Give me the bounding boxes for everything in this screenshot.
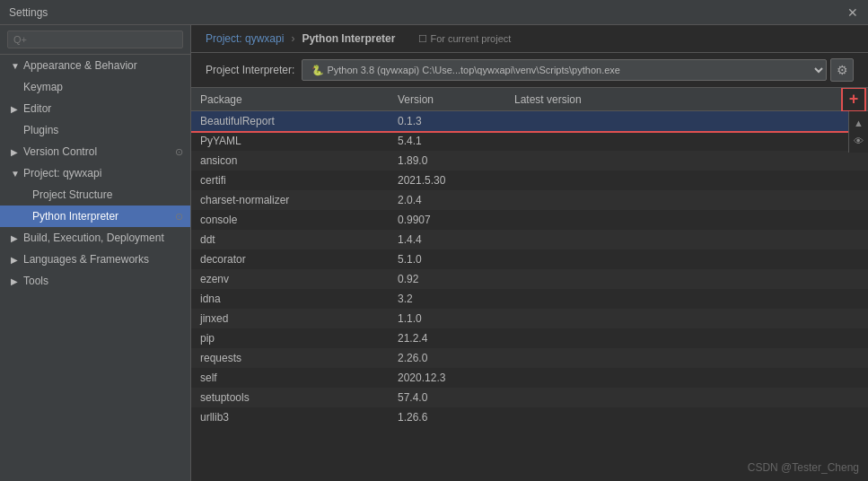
arrow-icon: ▶ [11, 255, 20, 265]
table-row[interactable]: ansicon 1.89.0 [191, 151, 868, 171]
sidebar-item-label: Version Control [23, 145, 97, 158]
sidebar-item-label: Project: qywxapi [23, 167, 101, 179]
scroll-up-button[interactable]: ▲ [851, 115, 867, 131]
table-row[interactable]: PyYAML 5.4.1 [191, 131, 868, 151]
sidebar-item-editor[interactable]: ▶Editor [0, 98, 190, 119]
content-area: Project: qywxapi › Python Interpreter ☐ … [191, 25, 868, 481]
pkg-version: 2.26.0 [389, 350, 505, 366]
sidebar-item-label: Plugins [23, 124, 58, 136]
pkg-name: ansicon [191, 153, 389, 169]
interpreter-select[interactable]: 🐍 Python 3.8 (qywxapi) C:\Use...top\qywx… [302, 59, 827, 81]
sidebar-item-tools[interactable]: ▶Tools [0, 270, 190, 292]
interpreter-label: Project Interpreter: [206, 64, 294, 76]
pkg-name: decorator [191, 251, 389, 267]
pkg-version: 21.2.4 [389, 330, 505, 346]
sidebar-item-keymap[interactable]: Keymap [0, 76, 190, 98]
pkg-version: 0.92 [389, 271, 505, 287]
table-row[interactable]: setuptools 57.4.0 [191, 388, 868, 407]
table-row[interactable]: BeautifulReport 0.1.3 [191, 111, 868, 131]
pkg-version: 2020.12.3 [389, 370, 505, 386]
add-package-button[interactable]: + [841, 88, 866, 112]
packages-table: Package Version Latest version + Beautif… [191, 88, 868, 481]
arrow-icon: ▶ [11, 104, 20, 114]
interpreter-select-wrapper: 🐍 Python 3.8 (qywxapi) C:\Use...top\qywx… [302, 58, 854, 82]
sidebar-item-languages[interactable]: ▶Languages & Frameworks [0, 249, 190, 270]
pkg-name: setuptools [191, 389, 389, 406]
table-row[interactable]: requests 2.26.0 [191, 348, 868, 368]
watermark: CSDN @Tester_Cheng [748, 461, 859, 474]
for-project-checkbox[interactable]: ☐ For current project [418, 33, 511, 45]
table-row[interactable]: certifi 2021.5.30 [191, 171, 868, 190]
arrow-icon: ▶ [11, 233, 20, 243]
pkg-latest [505, 159, 868, 162]
col-version: Version [389, 90, 505, 109]
arrow-icon: ▼ [11, 61, 20, 71]
pkg-latest [505, 218, 868, 222]
table-row[interactable]: self 2020.12.3 [191, 368, 868, 388]
sidebar-item-label: Languages & Frameworks [23, 253, 149, 266]
pkg-latest [505, 297, 868, 301]
sidebar-item-python-interpreter[interactable]: Python Interpreter⊙ [0, 206, 190, 227]
title-bar: Settings ✕ [0, 0, 868, 25]
pkg-latest [505, 396, 868, 399]
table-row[interactable]: ddt 1.4.4 [191, 230, 868, 249]
pkg-version: 1.89.0 [389, 153, 505, 169]
sidebar-item-project-qywxapi[interactable]: ▼Project: qywxapi [0, 162, 190, 184]
nav-icon: ⊙ [175, 211, 183, 223]
pkg-latest [505, 238, 868, 241]
eye-button[interactable]: 👁 [851, 133, 867, 149]
table-row[interactable]: ezenv 0.92 [191, 269, 868, 289]
breadcrumb-separator: › [291, 32, 294, 45]
sidebar-item-label: Tools [23, 275, 48, 287]
main-layout: ▼Appearance & BehaviorKeymap▶EditorPlugi… [0, 25, 868, 481]
table-row[interactable]: pip 21.2.4 [191, 328, 868, 348]
pkg-version: 2.0.4 [389, 192, 505, 208]
arrow-icon: ▶ [11, 276, 20, 286]
table-row[interactable]: charset-normalizer 2.0.4 [191, 190, 868, 210]
breadcrumb-project[interactable]: Project: qywxapi [206, 32, 284, 45]
sidebar-item-label: Project Structure [32, 188, 112, 201]
pkg-name: self [191, 370, 389, 386]
pkg-latest [505, 277, 868, 281]
sidebar-item-label: Build, Execution, Deployment [23, 232, 164, 244]
pkg-version: 1.26.6 [389, 409, 505, 425]
nav-icon: ⊙ [175, 146, 183, 158]
pkg-latest [505, 139, 868, 143]
table-row[interactable]: urllib3 1.26.6 [191, 407, 868, 427]
close-button[interactable]: ✕ [846, 6, 859, 19]
pkg-name: ddt [191, 232, 389, 248]
sidebar-item-plugins[interactable]: Plugins [0, 119, 190, 141]
table-row[interactable]: jinxed 1.1.0 [191, 309, 868, 328]
table-body: BeautifulReport 0.1.3 PyYAML 5.4.1 ansic… [191, 111, 868, 481]
pkg-version: 57.4.0 [389, 389, 505, 406]
pkg-name: charset-normalizer [191, 192, 389, 208]
table-row[interactable]: console 0.9907 [191, 210, 868, 230]
pkg-version: 1.1.0 [389, 310, 505, 327]
table-row[interactable]: decorator 5.1.0 [191, 249, 868, 269]
sidebar-item-label: Appearance & Behavior [23, 59, 137, 72]
title-text: Settings [9, 6, 48, 19]
arrow-icon: ▶ [11, 147, 20, 157]
pkg-latest [505, 258, 868, 261]
pkg-latest [505, 119, 868, 123]
gear-button[interactable]: ⚙ [830, 58, 854, 82]
sidebar-item-project-structure[interactable]: Project Structure [0, 184, 190, 206]
sidebar-item-version-control[interactable]: ▶Version Control⊙ [0, 141, 190, 162]
sidebar-item-build-execution[interactable]: ▶Build, Execution, Deployment [0, 227, 190, 249]
search-input[interactable] [7, 31, 183, 48]
pkg-name: idna [191, 291, 389, 307]
arrow-icon: ▼ [11, 169, 20, 179]
pkg-latest [505, 376, 868, 380]
pkg-latest [505, 179, 868, 182]
pkg-name: BeautifulReport [191, 113, 389, 129]
pkg-latest [505, 337, 868, 340]
sidebar-item-appearance[interactable]: ▼Appearance & Behavior [0, 55, 190, 76]
pkg-version: 1.4.4 [389, 232, 505, 248]
pkg-version: 3.2 [389, 291, 505, 307]
pkg-name: urllib3 [191, 409, 389, 425]
pkg-name: pip [191, 330, 389, 346]
col-latest: Latest version [505, 90, 841, 109]
table-row[interactable]: idna 3.2 [191, 289, 868, 309]
pkg-version: 5.4.1 [389, 133, 505, 149]
right-tools: ▲ 👁 [848, 111, 868, 153]
